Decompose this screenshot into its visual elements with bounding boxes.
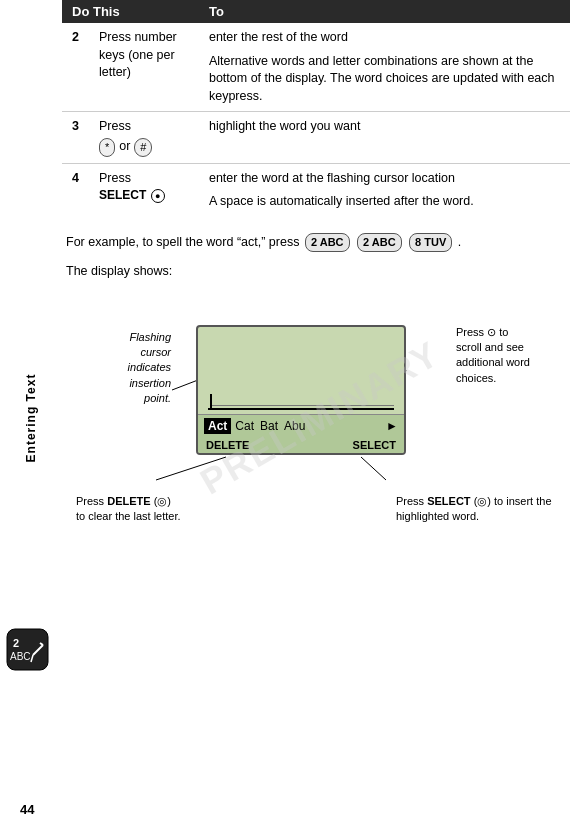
select-key-label: SELECT ● <box>99 187 189 205</box>
table-row: 2 Press number keys (one per letter) ent… <box>62 23 570 112</box>
result-line-2b: Alternative words and letter combination… <box>209 53 560 106</box>
delete-symbol: (◎) <box>154 495 171 507</box>
row-number-4: 4 <box>62 163 89 217</box>
scroll-line1: Press <box>456 326 484 338</box>
flash-line5: point. <box>144 392 171 404</box>
annotation-select-bottom: Press SELECT (◎) to insert the highlight… <box>396 494 556 525</box>
word-act: Act <box>204 418 231 434</box>
word-abu: Abu <box>284 419 305 433</box>
soft-key-delete: DELETE <box>206 439 249 451</box>
flash-line2: cursor <box>140 346 171 358</box>
cursor-line <box>208 390 394 410</box>
sidebar-label: Entering Text <box>24 373 38 462</box>
result-line-4a: enter the word at the flashing cursor lo… <box>209 170 560 188</box>
svg-line-9 <box>361 457 386 480</box>
action-cell-2: Press number keys (one per letter) <box>89 23 199 112</box>
display-word-row: Act Cat Bat Abu ► <box>198 415 404 437</box>
result-line-4b: A space is automatically inserted after … <box>209 193 560 211</box>
result-cell-3: highlight the word you want <box>199 112 570 164</box>
scroll-symbol: ⊙ <box>487 326 496 338</box>
star-key: * <box>99 138 115 157</box>
select-prefix: Press <box>396 495 424 507</box>
sidebar: Entering Text <box>0 0 62 835</box>
star-hash-keys: * or # <box>99 138 189 157</box>
action-cell-3: Press * or # <box>89 112 199 164</box>
press-label-4: Press <box>99 170 189 188</box>
result-line-2a: enter the rest of the word <box>209 29 560 47</box>
row-number-3: 3 <box>62 112 89 164</box>
select-symbol: (◎) <box>474 495 491 507</box>
row-number-2: 2 <box>62 23 89 112</box>
delete-prefix: Press <box>76 495 104 507</box>
flash-line4: insertion <box>129 377 171 389</box>
or-label: or <box>119 138 130 156</box>
press-label-3: Press <box>99 118 189 136</box>
svg-text:ABC: ABC <box>10 651 31 662</box>
svg-text:2: 2 <box>13 637 19 649</box>
table-row: 3 Press * or # highlight the word you wa… <box>62 112 570 164</box>
page-number: 44 <box>20 802 34 817</box>
action-cell-4: Press SELECT ● <box>89 163 199 217</box>
col-do-this: Do This <box>62 0 199 23</box>
action-text-2: Press number keys (one per letter) <box>99 30 177 79</box>
select-circle-icon: ● <box>151 189 165 203</box>
result-cell-2: enter the rest of the word Alternative w… <box>199 23 570 112</box>
key-2abc-2: 2 ABC <box>357 233 402 252</box>
diagram-container: Flashing cursor indicates insertion poin… <box>76 295 556 535</box>
instruction-table: Do This To 2 Press number keys (one per … <box>62 0 570 217</box>
scroll-line5: choices. <box>456 372 496 384</box>
scroll-line3: scroll and see <box>456 341 524 353</box>
hash-key: # <box>134 138 152 157</box>
scroll-line2: to <box>499 326 508 338</box>
soft-key-select: SELECT <box>353 439 396 451</box>
flash-title: Flashing <box>129 331 171 343</box>
arrow-right-icon: ► <box>386 419 398 433</box>
svg-rect-0 <box>7 629 48 670</box>
result-cell-4: enter the word at the flashing cursor lo… <box>199 163 570 217</box>
col-to: To <box>199 0 570 23</box>
display-shows-label: The display shows: <box>62 262 570 281</box>
annotation-delete: Press DELETE (◎) to clear the last lette… <box>76 494 226 525</box>
word-bat: Bat <box>260 419 278 433</box>
example-period: . <box>458 235 461 249</box>
key-8tuv: 8 TUV <box>409 233 452 252</box>
main-content: Do This To 2 Press number keys (one per … <box>62 0 582 835</box>
delete-key-label: DELETE <box>107 495 150 507</box>
sidebar-icon-2abc: 2 ABC <box>5 627 50 675</box>
key-2abc-1: 2 ABC <box>305 233 350 252</box>
annotation-scroll: Press ⊙ to scroll and see additional wor… <box>456 325 556 387</box>
select-key-bottom: SELECT <box>427 495 470 507</box>
annotation-flash-cursor: Flashing cursor indicates insertion poin… <box>76 330 171 407</box>
select-key-text: SELECT <box>99 188 146 202</box>
svg-line-6 <box>172 380 198 390</box>
display-soft-keys: DELETE SELECT <box>198 437 404 453</box>
example-text-1: For example, to spell the word “act,” pr… <box>66 235 299 249</box>
phone-display: Act Cat Bat Abu ► DELETE SELECT <box>196 325 406 455</box>
table-row: 4 Press SELECT ● enter the word at the f… <box>62 163 570 217</box>
display-top-area <box>198 327 404 415</box>
svg-line-8 <box>156 457 226 480</box>
delete-suffix: to clear the last letter. <box>76 510 181 522</box>
flash-line3: indicates <box>128 361 171 373</box>
example-intro: For example, to spell the word “act,” pr… <box>62 233 570 252</box>
scroll-line4: additional word <box>456 356 530 368</box>
word-cat: Cat <box>235 419 254 433</box>
